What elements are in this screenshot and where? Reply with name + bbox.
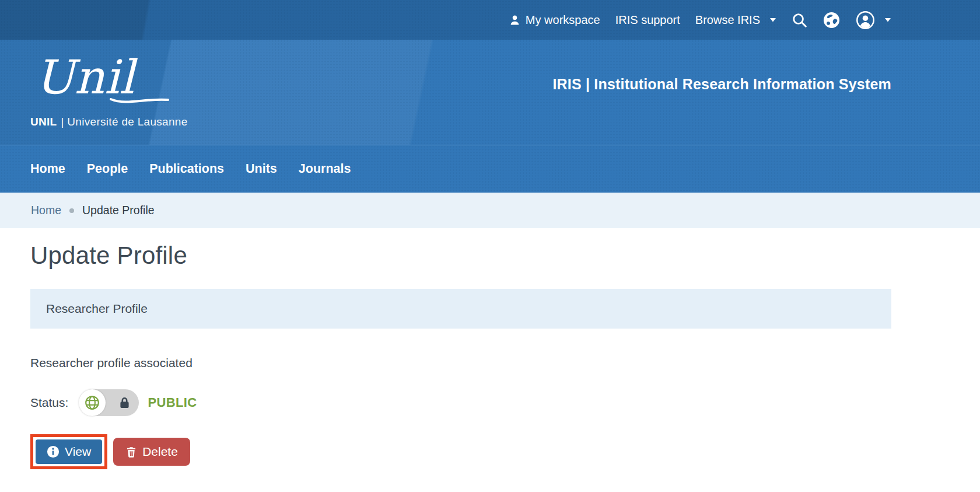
view-button[interactable]: View [36, 439, 102, 464]
unil-acronym: UNIL [30, 116, 57, 128]
top-utility-bar: My workspace IRIS support Browse IRIS [0, 0, 980, 40]
trash-icon [125, 446, 137, 458]
chevron-down-icon [884, 18, 891, 22]
chevron-down-icon [769, 18, 776, 22]
unil-script-text: Unil [35, 50, 138, 104]
account-icon [856, 11, 875, 30]
status-label: Status: [30, 396, 68, 410]
nav-item-people[interactable]: People [87, 162, 128, 176]
nav-item-journals[interactable]: Journals [299, 162, 351, 176]
unil-logo[interactable]: Unil UNIL| Université de Lausanne [30, 49, 188, 128]
globe-icon [822, 11, 841, 29]
action-buttons-row: View Delete [30, 434, 891, 469]
browse-iris-dropdown[interactable]: Browse IRIS [695, 13, 776, 27]
view-button-label: View [65, 445, 91, 459]
site-header: Unil UNIL| Université de Lausanne IRIS |… [0, 40, 980, 145]
breadcrumb: Home Update Profile [0, 193, 980, 228]
iris-support-label: IRIS support [615, 13, 680, 27]
status-toggle-knob [79, 389, 106, 416]
nav-item-home[interactable]: Home [30, 162, 65, 176]
annotation-highlight: View [30, 434, 107, 469]
my-workspace-link[interactable]: My workspace [509, 13, 600, 27]
my-workspace-label: My workspace [526, 13, 600, 27]
app-title: IRIS | Institutional Research Informatio… [552, 76, 891, 93]
breadcrumb-home-link[interactable]: Home [31, 204, 61, 217]
person-icon [509, 15, 520, 26]
unil-script-logo: Unil [30, 49, 177, 114]
language-button[interactable] [822, 11, 841, 29]
main-content: Update Profile Researcher Profile Resear… [0, 242, 980, 469]
account-menu[interactable] [856, 11, 891, 30]
status-badge: PUBLIC [148, 395, 197, 410]
nav-item-publications[interactable]: Publications [149, 162, 224, 176]
browse-iris-label: Browse IRIS [695, 13, 760, 27]
search-button[interactable] [792, 12, 807, 28]
nav-item-units[interactable]: Units [246, 162, 277, 176]
globe-public-icon [84, 395, 100, 411]
associated-text: Researcher profile associated [30, 356, 891, 370]
info-circle-icon [47, 445, 60, 458]
main-nav: Home People Publications Units Journals [0, 145, 980, 193]
unil-logo-caption: UNIL| Université de Lausanne [30, 116, 188, 128]
status-toggle[interactable] [79, 389, 139, 416]
breadcrumb-separator-dot [69, 208, 74, 213]
status-row: Status: [30, 389, 891, 416]
delete-button[interactable]: Delete [113, 438, 190, 466]
breadcrumb-current-page: Update Profile [82, 204, 155, 217]
unil-caption-text: | Université de Lausanne [61, 116, 188, 128]
panel-title: Researcher Profile [46, 302, 148, 316]
search-icon [792, 12, 807, 28]
page-title: Update Profile [30, 242, 891, 270]
lock-private-icon [118, 396, 131, 410]
delete-button-label: Delete [142, 445, 178, 459]
iris-support-link[interactable]: IRIS support [615, 13, 680, 27]
researcher-profile-panel-header: Researcher Profile [30, 289, 891, 329]
